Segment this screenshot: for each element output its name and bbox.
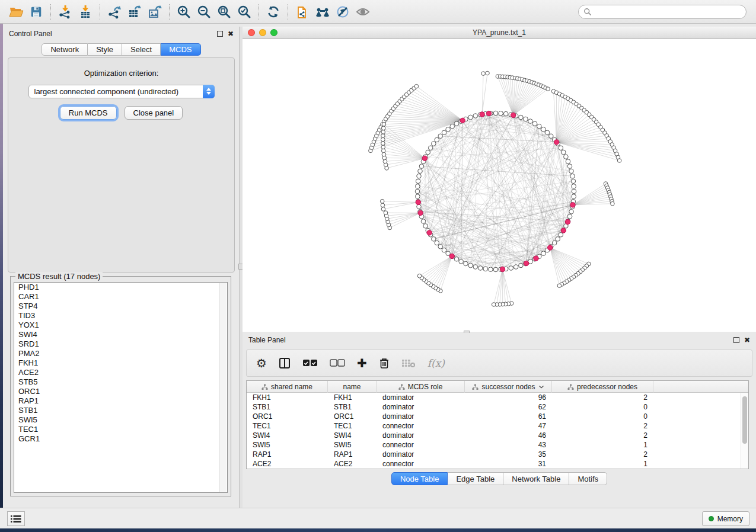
result-item[interactable]: STB5 — [14, 377, 227, 387]
table-row[interactable]: RAP1RAP1dominator352 — [247, 450, 748, 459]
cell-predecessor-nodes[interactable]: 1 — [552, 440, 653, 450]
tab-select[interactable]: Select — [122, 43, 161, 56]
cell-name[interactable]: RAP1 — [328, 450, 377, 459]
table-row[interactable]: STB1STB1dominator620 — [247, 402, 748, 412]
select-all-button[interactable] — [302, 356, 318, 370]
cell-mcds-role[interactable]: connector — [377, 469, 465, 469]
delete-column-button[interactable] — [379, 356, 390, 370]
result-item[interactable]: YOX1 — [14, 321, 227, 330]
column-header-successor-nodes[interactable]: successor nodes — [465, 381, 552, 393]
cell-mcds-role[interactable]: dominator — [377, 412, 465, 421]
result-item[interactable]: SWI4 — [14, 330, 227, 339]
result-item[interactable]: TID3 — [14, 311, 227, 321]
cell-shared-name[interactable]: SWI5 — [247, 440, 328, 450]
show-graphics-button[interactable] — [353, 2, 373, 21]
result-item[interactable]: PHD1 — [14, 283, 227, 292]
zoom-out-button[interactable] — [194, 2, 214, 21]
import-network-button[interactable] — [55, 2, 75, 21]
table-row[interactable]: FKH1FKH1dominator962 — [247, 393, 748, 402]
cell-successor-nodes[interactable]: 62 — [465, 402, 552, 412]
open-file-button[interactable] — [6, 2, 26, 21]
table-settings-button[interactable]: ⚙ — [256, 356, 267, 370]
delete-table-button[interactable] — [401, 356, 416, 370]
cell-name[interactable]: ACE2 — [328, 459, 377, 469]
zoom-fit-button[interactable] — [214, 2, 234, 21]
tab-network[interactable]: Network — [42, 43, 88, 56]
result-item[interactable]: SRD1 — [14, 339, 227, 349]
result-item[interactable]: CAR1 — [14, 292, 227, 302]
cell-predecessor-nodes[interactable]: 2 — [552, 421, 653, 431]
column-header-predecessor-nodes[interactable]: predecessor nodes — [552, 381, 653, 393]
tab-style[interactable]: Style — [88, 43, 122, 56]
table-row[interactable]: SWI5SWI5connector431 — [247, 440, 748, 450]
cell-mcds-role[interactable]: dominator — [377, 402, 465, 412]
cell-mcds-role[interactable]: dominator — [377, 393, 465, 402]
share-document-button[interactable] — [292, 2, 312, 21]
cell-successor-nodes[interactable]: 29 — [465, 469, 552, 469]
cell-name[interactable]: YOX1 — [328, 469, 377, 469]
cell-name[interactable]: ORC1 — [328, 412, 377, 421]
cell-name[interactable]: STB1 — [328, 402, 377, 412]
result-item[interactable]: FKH1 — [14, 358, 227, 368]
cell-shared-name[interactable]: YOX1 — [247, 469, 328, 469]
network-canvas[interactable] — [243, 39, 756, 332]
zoom-in-button[interactable] — [174, 2, 194, 21]
cell-mcds-role[interactable]: dominator — [377, 431, 465, 440]
table-scrollbar-thumb[interactable] — [742, 396, 747, 444]
result-item[interactable]: PMA2 — [14, 349, 227, 358]
cell-successor-nodes[interactable]: 96 — [465, 393, 552, 402]
optimization-criterion-select[interactable]: largest connected component (undirected) — [28, 85, 215, 98]
cell-successor-nodes[interactable]: 61 — [465, 412, 552, 421]
tab-motifs[interactable]: Motifs — [569, 472, 607, 485]
close-table-panel-icon[interactable]: ✖ — [744, 337, 750, 343]
cell-predecessor-nodes[interactable]: 2 — [552, 431, 653, 440]
column-header-shared-name[interactable]: shared name — [247, 381, 328, 393]
cell-mcds-role[interactable]: dominator — [377, 450, 465, 459]
hide-style-button[interactable] — [333, 2, 353, 21]
table-row[interactable]: YOX1YOX1connector291 — [247, 469, 748, 469]
tab-node-table[interactable]: Node Table — [391, 472, 448, 485]
tab-edge-table[interactable]: Edge Table — [448, 472, 503, 485]
close-panel-icon[interactable]: ✖ — [228, 31, 234, 37]
result-item[interactable]: RAP1 — [14, 396, 227, 406]
cell-predecessor-nodes[interactable]: 2 — [552, 450, 653, 459]
cell-successor-nodes[interactable]: 31 — [465, 459, 552, 469]
cell-predecessor-nodes[interactable]: 2 — [552, 393, 653, 402]
cell-shared-name[interactable]: TEC1 — [247, 421, 328, 431]
table-row[interactable]: SWI4SWI4dominator462 — [247, 431, 748, 440]
tab-network-table[interactable]: Network Table — [503, 472, 569, 485]
refresh-button[interactable] — [263, 2, 283, 21]
cell-name[interactable]: TEC1 — [328, 421, 377, 431]
cell-shared-name[interactable]: STB1 — [247, 402, 328, 412]
table-row[interactable]: ORC1ORC1dominator610 — [247, 412, 748, 421]
tab-mcds[interactable]: MCDS — [161, 43, 200, 56]
add-column-button[interactable]: ✚ — [357, 356, 367, 370]
show-columns-button[interactable] — [279, 356, 291, 370]
deselect-all-button[interactable] — [330, 356, 345, 370]
network-graph[interactable] — [243, 39, 756, 332]
float-panel-icon[interactable] — [217, 31, 223, 37]
save-button[interactable] — [26, 2, 46, 21]
table-row[interactable]: ACE2ACE2connector311 — [247, 459, 748, 469]
cell-shared-name[interactable]: FKH1 — [247, 393, 328, 402]
float-table-panel-icon[interactable] — [733, 337, 739, 343]
table-scrollbar[interactable] — [741, 393, 748, 469]
result-item[interactable]: TEC1 — [14, 425, 227, 434]
cell-predecessor-nodes[interactable]: 0 — [552, 402, 653, 412]
cell-predecessor-nodes[interactable]: 1 — [552, 469, 653, 469]
table-row[interactable]: TEC1TEC1connector472 — [247, 421, 748, 431]
cell-successor-nodes[interactable]: 47 — [465, 421, 552, 431]
cell-predecessor-nodes[interactable]: 0 — [552, 412, 653, 421]
cell-shared-name[interactable]: ORC1 — [247, 412, 328, 421]
result-list-scrollbar[interactable] — [219, 283, 227, 492]
result-item[interactable]: ACE2 — [14, 368, 227, 377]
cell-successor-nodes[interactable]: 43 — [465, 440, 552, 450]
cell-predecessor-nodes[interactable]: 1 — [552, 459, 653, 469]
cell-name[interactable]: SWI4 — [328, 431, 377, 440]
result-item[interactable]: GCR1 — [14, 434, 227, 444]
column-header-name[interactable]: name — [328, 381, 377, 393]
result-item[interactable]: ORC1 — [14, 387, 227, 396]
search-input[interactable] — [592, 8, 741, 16]
cell-successor-nodes[interactable]: 35 — [465, 450, 552, 459]
cell-mcds-role[interactable]: connector — [377, 459, 465, 469]
